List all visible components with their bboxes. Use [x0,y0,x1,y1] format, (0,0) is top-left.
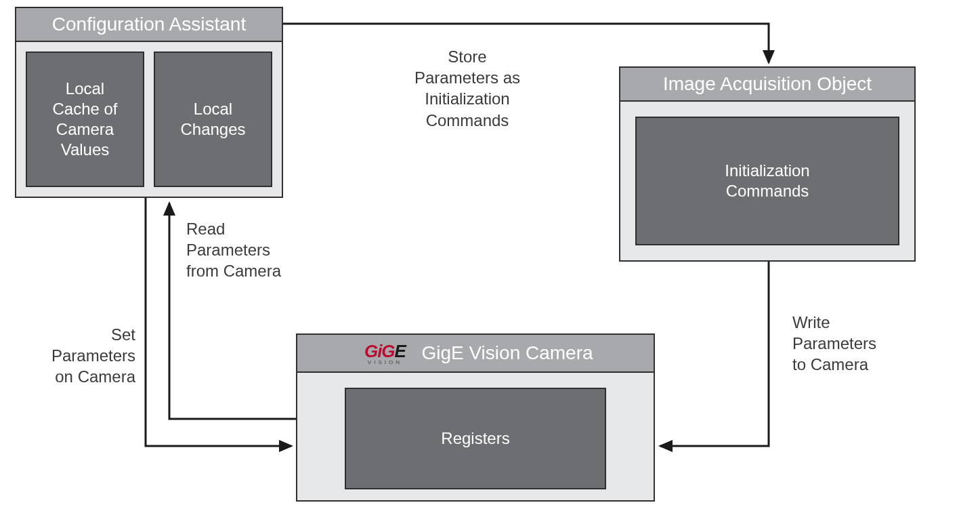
camera-panel: GiGE VISION GigE Vision Camera Registers [296,333,655,502]
camera-body: Registers [297,373,654,504]
arrow-write [660,262,769,446]
image-acq-panel: Image Acquisition Object Initialization … [619,66,916,262]
image-acq-body: Initialization Commands [620,102,914,260]
config-assistant-panel: Configuration Assistant Local Cache of C… [15,7,283,198]
local-changes-box: Local Changes [154,52,272,187]
init-commands-box: Initialization Commands [635,117,899,245]
registers-box: Registers [345,388,606,489]
gige-logo: GiGE VISION [358,340,412,367]
config-assistant-title: Configuration Assistant [16,8,282,42]
camera-title-text: GigE Vision Camera [421,342,593,364]
camera-title-bar: GiGE VISION GigE Vision Camera [297,335,654,373]
diagram-canvas: Configuration Assistant Local Cache of C… [0,0,980,507]
label-store: Store Parameters as Initialization Comma… [379,46,555,131]
gige-logo-gig: GiG [364,341,395,361]
config-assistant-body: Local Cache of Camera Values Local Chang… [16,42,282,197]
label-write: Write Parameters to Camera [792,312,941,376]
label-read: Read Parameters from Camera [186,218,342,282]
gige-logo-e: E [395,341,406,361]
local-cache-box: Local Cache of Camera Values [26,52,144,187]
label-set: Set Parameters on Camera [14,324,135,388]
image-acq-title: Image Acquisition Object [620,68,914,102]
gige-logo-sub: VISION [368,359,402,365]
